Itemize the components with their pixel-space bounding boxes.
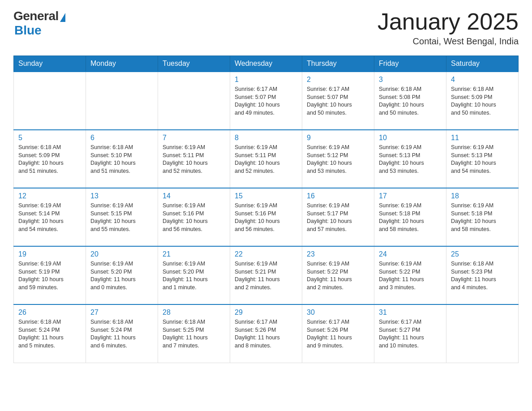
calendar-week-row: 19Sunrise: 6:19 AM Sunset: 5:19 PM Dayli… [14, 246, 519, 304]
calendar-cell: 27Sunrise: 6:18 AM Sunset: 5:24 PM Dayli… [86, 304, 158, 363]
day-of-week-header: Sunday [14, 56, 86, 72]
day-info: Sunrise: 6:19 AM Sunset: 5:22 PM Dayligh… [379, 260, 442, 291]
calendar-cell: 25Sunrise: 6:18 AM Sunset: 5:23 PM Dayli… [446, 246, 519, 304]
calendar-cell: 12Sunrise: 6:19 AM Sunset: 5:14 PM Dayli… [14, 188, 86, 246]
day-info: Sunrise: 6:19 AM Sunset: 5:14 PM Dayligh… [18, 202, 81, 233]
calendar-body: 1Sunrise: 6:17 AM Sunset: 5:07 PM Daylig… [14, 72, 519, 363]
calendar-cell: 6Sunrise: 6:18 AM Sunset: 5:10 PM Daylig… [86, 130, 158, 188]
calendar-cell: 16Sunrise: 6:19 AM Sunset: 5:17 PM Dayli… [302, 188, 374, 246]
day-number: 16 [307, 192, 369, 200]
day-of-week-header: Monday [86, 56, 158, 72]
day-number: 13 [90, 192, 153, 200]
day-info: Sunrise: 6:17 AM Sunset: 5:07 PM Dayligh… [235, 86, 297, 117]
day-number: 11 [451, 134, 514, 142]
calendar-cell: 13Sunrise: 6:19 AM Sunset: 5:15 PM Dayli… [86, 188, 158, 246]
calendar-cell: 1Sunrise: 6:17 AM Sunset: 5:07 PM Daylig… [230, 72, 302, 130]
calendar-cell: 10Sunrise: 6:19 AM Sunset: 5:13 PM Dayli… [374, 130, 446, 188]
day-of-week-header: Wednesday [230, 56, 302, 72]
logo: General Blue [13, 9, 65, 38]
day-number: 30 [307, 308, 369, 317]
day-info: Sunrise: 6:19 AM Sunset: 5:22 PM Dayligh… [307, 260, 369, 291]
calendar-cell: 20Sunrise: 6:19 AM Sunset: 5:20 PM Dayli… [86, 246, 158, 304]
day-info: Sunrise: 6:18 AM Sunset: 5:25 PM Dayligh… [163, 318, 225, 350]
day-number: 31 [379, 308, 442, 317]
day-info: Sunrise: 6:19 AM Sunset: 5:16 PM Dayligh… [235, 202, 297, 233]
day-number: 14 [163, 192, 225, 200]
day-info: Sunrise: 6:18 AM Sunset: 5:24 PM Dayligh… [18, 318, 81, 350]
day-number: 15 [235, 192, 297, 200]
day-info: Sunrise: 6:18 AM Sunset: 5:08 PM Dayligh… [379, 86, 442, 117]
calendar-cell: 24Sunrise: 6:19 AM Sunset: 5:22 PM Dayli… [374, 246, 446, 304]
day-info: Sunrise: 6:19 AM Sunset: 5:18 PM Dayligh… [451, 202, 514, 233]
day-number: 2 [307, 76, 369, 84]
day-info: Sunrise: 6:19 AM Sunset: 5:21 PM Dayligh… [235, 260, 297, 291]
calendar-cell [86, 72, 158, 130]
day-info: Sunrise: 6:19 AM Sunset: 5:13 PM Dayligh… [451, 144, 514, 175]
calendar-week-row: 26Sunrise: 6:18 AM Sunset: 5:24 PM Dayli… [14, 304, 519, 363]
calendar-cell: 4Sunrise: 6:18 AM Sunset: 5:09 PM Daylig… [446, 72, 519, 130]
day-info: Sunrise: 6:19 AM Sunset: 5:15 PM Dayligh… [90, 202, 153, 233]
calendar-cell: 7Sunrise: 6:19 AM Sunset: 5:11 PM Daylig… [158, 130, 230, 188]
calendar-week-row: 5Sunrise: 6:18 AM Sunset: 5:09 PM Daylig… [14, 130, 519, 188]
day-number: 18 [451, 192, 514, 200]
title-block: January 2025 Contai, West Bengal, India [378, 9, 519, 47]
day-number: 8 [235, 134, 297, 142]
calendar-cell: 14Sunrise: 6:19 AM Sunset: 5:16 PM Dayli… [158, 188, 230, 246]
logo-triangle-icon [60, 13, 65, 22]
day-number: 5 [18, 134, 81, 142]
calendar-week-row: 12Sunrise: 6:19 AM Sunset: 5:14 PM Dayli… [14, 188, 519, 246]
day-info: Sunrise: 6:18 AM Sunset: 5:23 PM Dayligh… [451, 260, 514, 291]
month-title: January 2025 [378, 9, 519, 34]
day-info: Sunrise: 6:17 AM Sunset: 5:27 PM Dayligh… [379, 318, 442, 350]
calendar-week-row: 1Sunrise: 6:17 AM Sunset: 5:07 PM Daylig… [14, 72, 519, 130]
day-number: 22 [235, 250, 297, 258]
day-info: Sunrise: 6:19 AM Sunset: 5:19 PM Dayligh… [18, 260, 81, 291]
calendar-cell: 22Sunrise: 6:19 AM Sunset: 5:21 PM Dayli… [230, 246, 302, 304]
calendar-cell [14, 72, 86, 130]
calendar-cell: 2Sunrise: 6:17 AM Sunset: 5:07 PM Daylig… [302, 72, 374, 130]
calendar-cell: 9Sunrise: 6:19 AM Sunset: 5:12 PM Daylig… [302, 130, 374, 188]
day-number: 20 [90, 250, 153, 258]
calendar-header: SundayMondayTuesdayWednesdayThursdayFrid… [14, 56, 519, 72]
page-header: General Blue January 2025 Contai, West B… [13, 9, 519, 47]
calendar-cell: 31Sunrise: 6:17 AM Sunset: 5:27 PM Dayli… [374, 304, 446, 363]
day-number: 10 [379, 134, 442, 142]
calendar-cell: 26Sunrise: 6:18 AM Sunset: 5:24 PM Dayli… [14, 304, 86, 363]
calendar-cell: 11Sunrise: 6:19 AM Sunset: 5:13 PM Dayli… [446, 130, 519, 188]
day-number: 12 [18, 192, 81, 200]
day-number: 29 [235, 308, 297, 317]
day-number: 27 [90, 308, 153, 317]
day-info: Sunrise: 6:19 AM Sunset: 5:16 PM Dayligh… [163, 202, 225, 233]
day-of-week-header: Saturday [446, 56, 519, 72]
day-info: Sunrise: 6:17 AM Sunset: 5:07 PM Dayligh… [307, 86, 369, 117]
day-number: 6 [90, 134, 153, 142]
day-of-week-header: Tuesday [158, 56, 230, 72]
calendar-cell: 17Sunrise: 6:19 AM Sunset: 5:18 PM Dayli… [374, 188, 446, 246]
calendar-cell: 3Sunrise: 6:18 AM Sunset: 5:08 PM Daylig… [374, 72, 446, 130]
location-subtitle: Contai, West Bengal, India [378, 36, 519, 47]
day-number: 19 [18, 250, 81, 258]
day-info: Sunrise: 6:19 AM Sunset: 5:11 PM Dayligh… [235, 144, 297, 175]
calendar-cell: 19Sunrise: 6:19 AM Sunset: 5:19 PM Dayli… [14, 246, 86, 304]
day-header-row: SundayMondayTuesdayWednesdayThursdayFrid… [14, 56, 519, 72]
calendar-cell: 18Sunrise: 6:19 AM Sunset: 5:18 PM Dayli… [446, 188, 519, 246]
day-of-week-header: Thursday [302, 56, 374, 72]
calendar-cell [158, 72, 230, 130]
day-info: Sunrise: 6:17 AM Sunset: 5:26 PM Dayligh… [235, 318, 297, 350]
logo-blue-text: Blue [14, 23, 42, 38]
calendar-cell: 23Sunrise: 6:19 AM Sunset: 5:22 PM Dayli… [302, 246, 374, 304]
day-info: Sunrise: 6:18 AM Sunset: 5:10 PM Dayligh… [90, 144, 153, 175]
day-number: 28 [163, 308, 225, 317]
day-info: Sunrise: 6:19 AM Sunset: 5:20 PM Dayligh… [90, 260, 153, 291]
day-number: 9 [307, 134, 369, 142]
day-number: 24 [379, 250, 442, 258]
calendar-cell: 29Sunrise: 6:17 AM Sunset: 5:26 PM Dayli… [230, 304, 302, 363]
day-number: 4 [451, 76, 514, 84]
day-info: Sunrise: 6:19 AM Sunset: 5:18 PM Dayligh… [379, 202, 442, 233]
calendar-table: SundayMondayTuesdayWednesdayThursdayFrid… [13, 56, 519, 363]
calendar-cell: 5Sunrise: 6:18 AM Sunset: 5:09 PM Daylig… [14, 130, 86, 188]
day-number: 1 [235, 76, 297, 84]
day-info: Sunrise: 6:19 AM Sunset: 5:13 PM Dayligh… [379, 144, 442, 175]
day-number: 3 [379, 76, 442, 84]
calendar-cell: 30Sunrise: 6:17 AM Sunset: 5:26 PM Dayli… [302, 304, 374, 363]
